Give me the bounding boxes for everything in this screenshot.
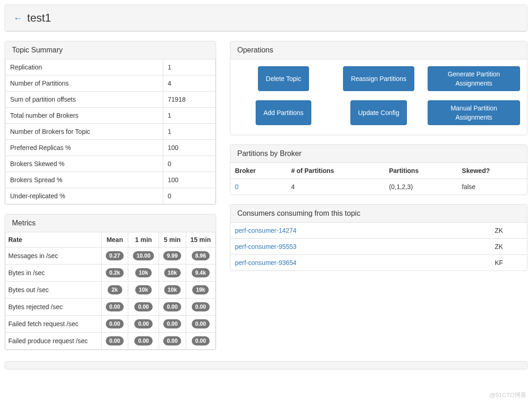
metric-badge: 0.00: [192, 319, 210, 328]
summary-value: 100: [163, 172, 215, 188]
summary-label: Total number of Brokers: [6, 108, 163, 124]
metric-value-cell: 9.99: [159, 248, 186, 265]
summary-value: 100: [163, 140, 215, 156]
summary-value: 0: [163, 156, 215, 172]
metric-badge: 0.2k: [106, 268, 124, 277]
consumer-link[interactable]: perf-consumer-14274: [235, 227, 297, 234]
partitions-by-broker-table: Broker# of PartitionsPartitionsSkewed?04…: [230, 163, 527, 195]
consumers-panel: Consumers consuming from this topic perf…: [230, 204, 527, 271]
metric-badge: 10k: [164, 268, 181, 277]
skewed-cell: false: [458, 179, 527, 195]
metric-value-cell: 10k: [159, 282, 186, 299]
metric-badge: 0.00: [106, 336, 124, 345]
metric-value-cell: 0.27: [101, 248, 128, 265]
operations-panel: Operations Delete TopicReassign Partitio…: [230, 41, 527, 135]
table-row: 04(0,1,2,3)false: [230, 179, 527, 195]
metric-value-cell: 9.4k: [186, 265, 215, 282]
topic-header-panel: ← test1: [5, 5, 527, 32]
summary-label: Under-replicated %: [6, 188, 163, 204]
metric-value-cell: 0.00: [101, 316, 128, 333]
metric-badge: 0.00: [106, 302, 124, 311]
table-row: Sum of partition offsets71918: [6, 92, 216, 108]
delete-topic-button[interactable]: Delete Topic: [258, 66, 309, 91]
button-slot: Update Config: [332, 100, 425, 128]
partitions-cell: (0,1,2,3): [384, 179, 458, 195]
table-row: Replication1: [6, 59, 216, 75]
metric-label: Failed produce request /sec: [6, 333, 102, 350]
summary-value: 1: [163, 124, 215, 140]
update-config-button[interactable]: Update Config: [350, 100, 407, 125]
metric-label: Messages in /sec: [6, 248, 102, 265]
metric-badge: 10k: [164, 285, 181, 294]
metric-value-cell: 0.00: [186, 299, 215, 316]
metric-value-cell: 0.00: [186, 316, 215, 333]
metric-value-cell: 0.2k: [101, 265, 128, 282]
button-slot: Manual Partition Assignments: [428, 100, 520, 128]
metric-label: Bytes rejected /sec: [6, 299, 102, 316]
column-header: Mean: [101, 232, 128, 248]
button-slot: Add Partitions: [237, 100, 330, 128]
table-row: perf-consumer-93654KF: [230, 255, 527, 271]
metric-badge: 0.00: [192, 336, 210, 345]
summary-label: Sum of partition offsets: [6, 92, 163, 108]
table-row: perf-consumer-14274ZK: [230, 223, 527, 239]
summary-label: Number of Brokers for Topic: [6, 124, 163, 140]
metric-label: Bytes out /sec: [6, 282, 102, 299]
table-row: Preferred Replicas %100: [6, 140, 216, 156]
column-header: Broker: [230, 163, 286, 179]
partitions-by-broker-panel: Partitions by Broker Broker# of Partitio…: [230, 144, 527, 195]
summary-value: 1: [163, 108, 215, 124]
manual-partition-assignments-button[interactable]: Manual Partition Assignments: [428, 100, 520, 125]
metric-badge: 19k: [192, 285, 209, 294]
table-row: Total number of Brokers1: [6, 108, 216, 124]
broker-link[interactable]: 0: [235, 183, 239, 190]
column-header: 1 min: [128, 232, 159, 248]
metric-badge: 0.00: [106, 319, 124, 328]
add-partitions-button[interactable]: Add Partitions: [256, 100, 311, 125]
metric-badge: 0.00: [134, 302, 152, 311]
metric-badge: 10.00: [133, 251, 154, 260]
metric-value-cell: 10.00: [128, 248, 159, 265]
metric-badge: 8.96: [192, 251, 210, 260]
table-row: Under-replicated %0: [6, 188, 216, 204]
metric-value-cell: 0.00: [128, 333, 159, 350]
reassign-partitions-button[interactable]: Reassign Partitions: [343, 66, 414, 91]
consumers-heading: Consumers consuming from this topic: [230, 205, 527, 223]
consumer-name-cell: perf-consumer-14274: [230, 223, 490, 239]
metric-badge: 0.00: [163, 319, 181, 328]
table-row: Bytes out /sec2k10k10k19k: [6, 282, 216, 299]
summary-label: Brokers Skewed %: [6, 156, 163, 172]
metric-value-cell: 0.00: [186, 333, 215, 350]
table-row: Failed fetch request /sec0.000.000.000.0…: [6, 316, 216, 333]
metric-badge: 10k: [135, 268, 152, 277]
consumer-link[interactable]: perf-consumer-95553: [235, 243, 297, 250]
operations-row-2: Add PartitionsUpdate ConfigManual Partit…: [237, 100, 520, 128]
metric-value-cell: 0.00: [159, 333, 186, 350]
generate-partition-assignments-button[interactable]: Generate Partition Assignments: [428, 66, 520, 91]
column-header: Rate: [6, 232, 102, 248]
table-row: Bytes in /sec0.2k10k10k9.4k: [6, 265, 216, 282]
column-header: Skewed?: [458, 163, 527, 179]
metric-value-cell: 10k: [159, 265, 186, 282]
summary-label: Replication: [6, 59, 163, 75]
consumer-link[interactable]: perf-consumer-93654: [235, 259, 297, 266]
table-row: Bytes rejected /sec0.000.000.000.00: [6, 299, 216, 316]
metric-badge: 0.00: [163, 302, 181, 311]
topic-summary-heading: Topic Summary: [5, 41, 216, 59]
button-slot: Reassign Partitions: [332, 66, 425, 94]
operations-row-1: Delete TopicReassign PartitionsGenerate …: [237, 66, 520, 94]
consumer-name-cell: perf-consumer-95553: [230, 239, 490, 255]
button-slot: Delete Topic: [237, 66, 330, 94]
consumer-type-cell: ZK: [490, 239, 527, 255]
metric-value-cell: 0.00: [101, 333, 128, 350]
topic-summary-panel: Topic Summary Replication1Number of Part…: [5, 41, 216, 205]
metrics-table: RateMean1 min5 min15 minMessages in /sec…: [5, 232, 216, 350]
back-arrow-icon[interactable]: ←: [13, 13, 23, 23]
summary-value: 4: [163, 75, 215, 92]
metric-value-cell: 19k: [186, 282, 215, 299]
metric-badge: 9.99: [163, 251, 181, 260]
table-row: Brokers Skewed %0: [6, 156, 216, 172]
summary-label: Number of Partitions: [6, 75, 163, 92]
metric-value-cell: 10k: [128, 265, 159, 282]
metric-badge: 10k: [135, 285, 152, 294]
